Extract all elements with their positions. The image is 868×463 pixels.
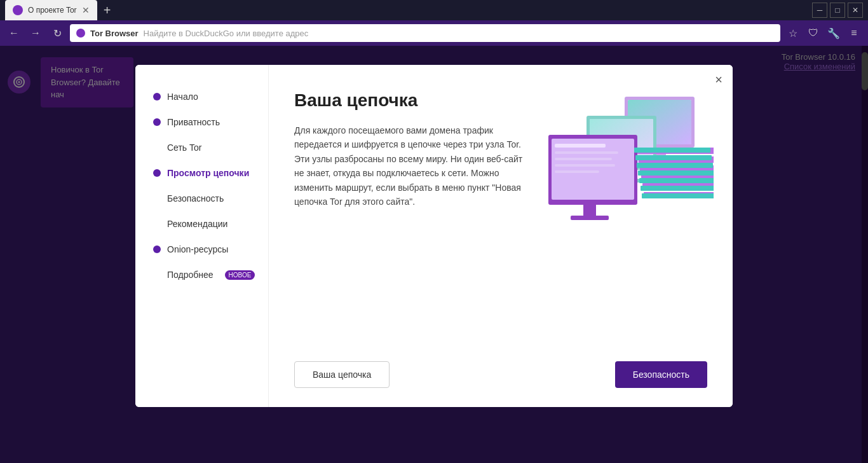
tab-area: О проекте Tor ✕ + — [5, 0, 812, 20]
svg-rect-30 — [637, 163, 713, 168]
svg-rect-31 — [638, 170, 714, 176]
modal-nav-item-tor-network[interactable]: Сеть Tor — [148, 135, 255, 160]
circuit-illustration — [536, 84, 714, 262]
modal-sidebar: НачалоПриватностьСеть TorПросмотр цепочк… — [135, 65, 269, 407]
nav-dot-onion — [153, 245, 161, 253]
svg-rect-29 — [635, 155, 712, 160]
modal-description: Для каждого посещаемого вами домена траф… — [294, 123, 523, 209]
svg-rect-14 — [552, 139, 634, 200]
restore-button[interactable]: □ — [830, 3, 845, 18]
svg-rect-28 — [634, 148, 710, 153]
svg-rect-33 — [641, 186, 714, 191]
nav-label-circuit: Просмотр цепочки — [167, 168, 249, 178]
svg-rect-15 — [555, 144, 606, 148]
back-button[interactable]: ← — [5, 24, 23, 42]
toolbar: ← → ↻ Tor Browser Найдите в DuckDuckGo и… — [0, 20, 868, 46]
tab-favicon — [13, 5, 23, 15]
nav-label-more: Подробнее — [167, 270, 214, 280]
circuit-button[interactable]: Ваша цепочка — [294, 361, 390, 388]
shield-button[interactable]: 🛡 — [804, 24, 822, 42]
browser-tab[interactable]: О проекте Tor ✕ — [5, 0, 97, 20]
forward-button[interactable]: → — [27, 24, 44, 42]
address-placeholder: Найдите в DuckDuckGo или введите адрес — [144, 29, 309, 38]
modal: × НачалоПриватностьСеть TorПросмотр цепо… — [135, 65, 733, 407]
tab-title: О проекте Tor — [28, 6, 77, 15]
main-area: Новичок в Tor Browser? Давайте нач Tor B… — [0, 46, 868, 463]
address-brand: Tor Browser — [90, 29, 139, 38]
new-tab-button[interactable]: + — [97, 0, 118, 20]
bookmark-button[interactable]: ☆ — [784, 24, 802, 42]
modal-nav-item-more[interactable]: ПодробнееНОВОЕ — [148, 262, 255, 287]
nav-label-privacy: Приватность — [167, 117, 220, 127]
toolbar-right: ☆ 🛡 🔧 ≡ — [784, 24, 863, 42]
modal-nav-item-start[interactable]: Начало — [148, 84, 255, 109]
address-favicon — [76, 29, 85, 38]
modal-nav-item-recommendations[interactable]: Рекомендации — [148, 211, 255, 237]
window-controls: ─ □ ✕ — [812, 3, 863, 18]
modal-nav-item-onion[interactable]: Onion-ресурсы — [148, 237, 255, 262]
modal-overlay: × НачалоПриватностьСеть TorПросмотр цепо… — [0, 46, 868, 463]
modal-nav-item-privacy[interactable]: Приватность — [148, 109, 255, 135]
nav-dot-circuit — [153, 169, 161, 177]
modal-nav-item-circuit[interactable]: Просмотр цепочки — [148, 160, 255, 186]
nav-label-start: Начало — [167, 92, 198, 102]
extensions-button[interactable]: 🔧 — [825, 24, 843, 42]
tab-close-button[interactable]: ✕ — [82, 5, 90, 15]
menu-button[interactable]: ≡ — [845, 24, 863, 42]
close-window-button[interactable]: ✕ — [848, 3, 863, 18]
nav-label-recommendations: Рекомендации — [167, 219, 227, 229]
nav-label-tor-network: Сеть Tor — [167, 142, 201, 153]
modal-content: Ваша цепочка Для каждого посещаемого вам… — [269, 65, 733, 407]
nav-label-security: Безопасность — [167, 193, 224, 204]
nav-dot-privacy — [153, 118, 161, 126]
minimize-button[interactable]: ─ — [812, 3, 827, 18]
modal-close-button[interactable]: × — [715, 73, 722, 87]
nav-dot-start — [153, 93, 161, 100]
svg-rect-32 — [639, 178, 714, 183]
modal-body: НачалоПриватностьСеть TorПросмотр цепочк… — [135, 65, 733, 407]
titlebar: О проекте Tor ✕ + ─ □ ✕ — [0, 0, 868, 20]
svg-rect-21 — [571, 216, 609, 220]
nav-badge-more: НОВОЕ — [225, 270, 255, 280]
modal-nav-item-security[interactable]: Безопасность — [148, 186, 255, 211]
refresh-button[interactable]: ↻ — [48, 24, 66, 42]
security-button[interactable]: Безопасность — [615, 361, 707, 388]
svg-rect-18 — [555, 164, 615, 167]
svg-rect-34 — [642, 193, 714, 198]
svg-rect-16 — [555, 151, 618, 154]
svg-rect-20 — [583, 205, 596, 216]
address-bar[interactable]: Tor Browser Найдите в DuckDuckGo или вве… — [70, 24, 780, 42]
svg-rect-19 — [555, 170, 599, 173]
nav-label-onion: Onion-ресурсы — [167, 244, 228, 254]
svg-rect-17 — [555, 158, 612, 160]
